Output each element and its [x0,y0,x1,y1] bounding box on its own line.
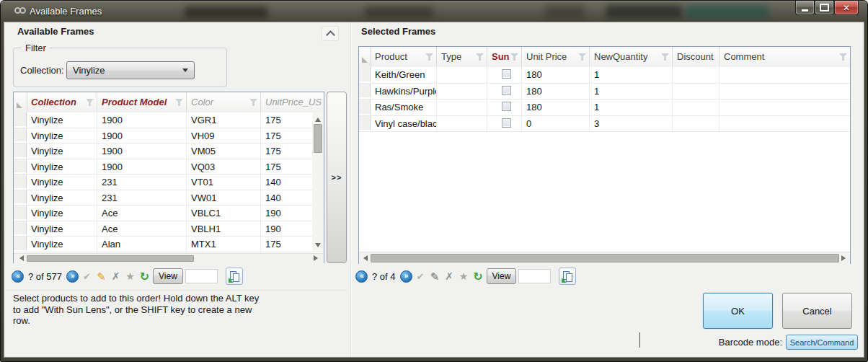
grid-corner-cell[interactable] [359,47,371,66]
table-row[interactable]: Vinylize 1900 VH09 175 [14,128,324,144]
row-indicator[interactable] [359,67,371,82]
column-header-product[interactable]: Product [371,47,437,66]
scroll-left-icon[interactable] [363,255,368,261]
filter-funnel-icon[interactable] [476,53,484,61]
horizontal-scrollbar-thumb[interactable] [371,254,839,262]
collection-dropdown[interactable]: Vinylize [66,61,195,79]
filter-funnel-icon[interactable] [661,53,669,61]
export-button[interactable] [226,268,243,285]
scroll-down-icon[interactable] [315,243,321,247]
filter-funnel-icon[interactable] [86,99,94,106]
ok-button[interactable]: OK [703,293,773,329]
sun-checkbox[interactable] [502,118,511,128]
row-indicator[interactable] [14,237,27,251]
prev-record-button[interactable]: « [355,270,368,283]
edit-icon[interactable]: ✎ [429,270,441,283]
prev-icon: « [16,273,19,280]
commit-icon[interactable]: ✔ [415,270,427,283]
sun-checkbox[interactable] [502,86,511,95]
vertical-scrollbar-thumb[interactable] [314,124,322,153]
column-header-sun[interactable]: Sun [487,47,522,66]
commit-icon[interactable]: ✔ [81,270,93,283]
prev-record-button[interactable]: « [12,270,24,283]
close-icon: ✕ [843,3,850,13]
refresh-icon[interactable]: ↻ [472,270,484,283]
cell-collection: Vinylize [27,159,97,175]
filter-funnel-icon[interactable] [175,99,183,106]
cancel-edit-icon[interactable]: ✗ [110,270,122,283]
filter-funnel-icon[interactable] [578,53,586,61]
table-row[interactable]: Vinylize 231 VW01 140 [14,190,324,206]
move-to-selected-button[interactable]: >> [327,92,347,263]
horizontal-scrollbar[interactable] [359,252,850,264]
refresh-icon[interactable]: ↻ [138,270,151,283]
column-header-type[interactable]: Type [437,47,487,66]
grid-corner-cell[interactable] [14,92,27,112]
column-header-unitprice[interactable]: UnitPrice_US [261,92,324,112]
navigator-input[interactable] [185,269,218,283]
cell-collection: Vinylize [27,190,97,206]
new-record-icon[interactable]: ★ [124,270,136,283]
table-row[interactable]: Hawkins/Purple 180 1 [359,84,850,100]
row-indicator[interactable] [359,116,371,131]
column-header-collection[interactable]: Collection [27,92,97,112]
table-row[interactable]: Vinylize 1900 VM05 175 [14,144,324,159]
row-indicator[interactable] [14,221,27,236]
view-button[interactable]: View [487,268,517,284]
horizontal-scrollbar[interactable] [14,253,324,263]
sun-checkbox[interactable] [502,69,511,79]
table-row[interactable]: Vinylize 231 VT01 140 [14,175,324,190]
close-button[interactable]: ✕ [834,1,859,15]
filter-funnel-icon[interactable] [510,53,518,61]
table-row[interactable]: Ras/Smoke 180 1 [359,100,850,116]
column-header-unit-price[interactable]: Unit Price [522,47,590,66]
row-indicator[interactable] [359,84,371,99]
filter-funnel-icon[interactable] [839,53,847,61]
row-indicator[interactable] [14,112,27,127]
column-header-discount[interactable]: Discount [673,47,719,66]
new-record-icon[interactable]: ★ [458,270,470,283]
minimize-button[interactable] [795,1,815,15]
filter-funnel-icon[interactable] [425,53,433,61]
filter-funnel-icon[interactable] [249,99,257,106]
column-header-color[interactable]: Color [187,92,261,112]
sun-checkbox[interactable] [502,102,511,111]
scroll-up-icon[interactable] [315,118,321,122]
horizontal-scrollbar-thumb[interactable] [27,255,194,262]
cancel-button[interactable]: Cancel [782,293,852,329]
barcode-mode-button[interactable]: Search/Command [786,335,858,350]
row-indicator[interactable] [14,206,27,220]
collapse-panel-button[interactable] [322,26,339,41]
cancel-edit-icon[interactable]: ✗ [443,270,456,283]
row-indicator[interactable] [14,175,27,189]
maximize-button[interactable] [815,1,834,15]
table-row[interactable]: Vinylize Alan MTX1 175 [14,237,324,252]
next-record-button[interactable]: » [66,270,79,283]
table-row[interactable]: Vinylize Ace VBLC1 190 [14,206,324,221]
cell-product-model: 1900 [97,128,187,144]
next-record-button[interactable]: » [400,270,412,283]
column-header-product-model[interactable]: Product Model [97,92,187,112]
table-row[interactable]: Vinylize 1900 VQ03 175 [14,159,324,175]
column-header-newquantity[interactable]: NewQuantity [590,47,673,66]
row-indicator[interactable] [14,144,27,158]
row-indicator[interactable] [14,159,27,174]
edit-icon[interactable]: ✎ [95,270,107,283]
row-indicator[interactable] [14,128,27,143]
scroll-left-icon[interactable] [19,255,24,261]
row-indicator[interactable] [359,100,371,115]
table-row[interactable]: Vinylize 1900 VGR1 175 [14,112,324,128]
scroll-right-icon[interactable] [841,255,846,261]
scroll-right-icon[interactable] [314,255,318,261]
vertical-scrollbar[interactable] [312,112,324,252]
cell-color: MTX1 [187,237,261,252]
export-button[interactable] [559,268,576,285]
table-row[interactable]: Vinyl case/black 0 3 [359,116,850,133]
column-header-comment[interactable]: Comment [719,47,850,66]
row-indicator[interactable] [14,190,27,205]
navigator-input[interactable] [518,269,551,283]
table-row[interactable]: Vinylize Ace VBLH1 190 [14,221,324,237]
table-row[interactable]: Keith/Green 180 1 [359,67,850,84]
view-button[interactable]: View [153,268,183,284]
cell-color: VH09 [187,128,261,144]
